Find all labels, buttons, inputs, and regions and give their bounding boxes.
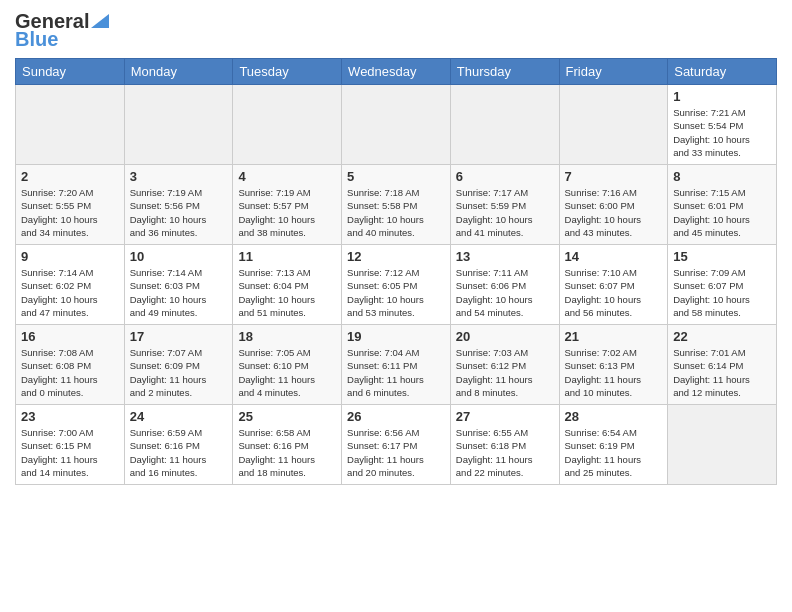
- day-info: Sunrise: 7:18 AM Sunset: 5:58 PM Dayligh…: [347, 186, 445, 239]
- day-of-week-header: Friday: [559, 59, 668, 85]
- day-number: 24: [130, 409, 228, 424]
- day-number: 17: [130, 329, 228, 344]
- calendar-cell: 3Sunrise: 7:19 AM Sunset: 5:56 PM Daylig…: [124, 165, 233, 245]
- calendar-cell: 15Sunrise: 7:09 AM Sunset: 6:07 PM Dayli…: [668, 245, 777, 325]
- day-info: Sunrise: 7:09 AM Sunset: 6:07 PM Dayligh…: [673, 266, 771, 319]
- calendar: SundayMondayTuesdayWednesdayThursdayFrid…: [15, 58, 777, 485]
- day-info: Sunrise: 7:15 AM Sunset: 6:01 PM Dayligh…: [673, 186, 771, 239]
- calendar-cell: 26Sunrise: 6:56 AM Sunset: 6:17 PM Dayli…: [342, 405, 451, 485]
- logo-area: General Blue: [15, 10, 109, 50]
- calendar-cell: 13Sunrise: 7:11 AM Sunset: 6:06 PM Dayli…: [450, 245, 559, 325]
- day-info: Sunrise: 6:58 AM Sunset: 6:16 PM Dayligh…: [238, 426, 336, 479]
- day-info: Sunrise: 7:00 AM Sunset: 6:15 PM Dayligh…: [21, 426, 119, 479]
- calendar-cell: [342, 85, 451, 165]
- day-info: Sunrise: 7:16 AM Sunset: 6:00 PM Dayligh…: [565, 186, 663, 239]
- calendar-cell: 27Sunrise: 6:55 AM Sunset: 6:18 PM Dayli…: [450, 405, 559, 485]
- calendar-cell: 17Sunrise: 7:07 AM Sunset: 6:09 PM Dayli…: [124, 325, 233, 405]
- day-number: 7: [565, 169, 663, 184]
- day-number: 11: [238, 249, 336, 264]
- calendar-cell: 23Sunrise: 7:00 AM Sunset: 6:15 PM Dayli…: [16, 405, 125, 485]
- day-number: 25: [238, 409, 336, 424]
- calendar-cell: [450, 85, 559, 165]
- day-info: Sunrise: 6:54 AM Sunset: 6:19 PM Dayligh…: [565, 426, 663, 479]
- calendar-cell: [124, 85, 233, 165]
- day-number: 10: [130, 249, 228, 264]
- calendar-cell: [668, 405, 777, 485]
- calendar-week-row: 2Sunrise: 7:20 AM Sunset: 5:55 PM Daylig…: [16, 165, 777, 245]
- day-number: 18: [238, 329, 336, 344]
- day-of-week-header: Tuesday: [233, 59, 342, 85]
- day-number: 2: [21, 169, 119, 184]
- calendar-cell: 10Sunrise: 7:14 AM Sunset: 6:03 PM Dayli…: [124, 245, 233, 325]
- header: General Blue: [15, 10, 777, 50]
- day-info: Sunrise: 7:21 AM Sunset: 5:54 PM Dayligh…: [673, 106, 771, 159]
- calendar-week-row: 23Sunrise: 7:00 AM Sunset: 6:15 PM Dayli…: [16, 405, 777, 485]
- logo: General Blue: [15, 10, 109, 50]
- day-number: 3: [130, 169, 228, 184]
- calendar-cell: 5Sunrise: 7:18 AM Sunset: 5:58 PM Daylig…: [342, 165, 451, 245]
- day-number: 4: [238, 169, 336, 184]
- day-info: Sunrise: 7:19 AM Sunset: 5:57 PM Dayligh…: [238, 186, 336, 239]
- day-info: Sunrise: 7:07 AM Sunset: 6:09 PM Dayligh…: [130, 346, 228, 399]
- calendar-cell: 16Sunrise: 7:08 AM Sunset: 6:08 PM Dayli…: [16, 325, 125, 405]
- calendar-cell: 25Sunrise: 6:58 AM Sunset: 6:16 PM Dayli…: [233, 405, 342, 485]
- day-of-week-header: Saturday: [668, 59, 777, 85]
- day-of-week-header: Wednesday: [342, 59, 451, 85]
- calendar-cell: 1Sunrise: 7:21 AM Sunset: 5:54 PM Daylig…: [668, 85, 777, 165]
- day-number: 13: [456, 249, 554, 264]
- calendar-cell: 11Sunrise: 7:13 AM Sunset: 6:04 PM Dayli…: [233, 245, 342, 325]
- day-info: Sunrise: 7:05 AM Sunset: 6:10 PM Dayligh…: [238, 346, 336, 399]
- day-number: 14: [565, 249, 663, 264]
- day-number: 5: [347, 169, 445, 184]
- day-info: Sunrise: 7:12 AM Sunset: 6:05 PM Dayligh…: [347, 266, 445, 319]
- day-info: Sunrise: 7:11 AM Sunset: 6:06 PM Dayligh…: [456, 266, 554, 319]
- day-info: Sunrise: 7:20 AM Sunset: 5:55 PM Dayligh…: [21, 186, 119, 239]
- page: General Blue SundayMondayTuesdayWednesda…: [0, 0, 792, 612]
- calendar-week-row: 9Sunrise: 7:14 AM Sunset: 6:02 PM Daylig…: [16, 245, 777, 325]
- day-number: 28: [565, 409, 663, 424]
- day-info: Sunrise: 7:14 AM Sunset: 6:02 PM Dayligh…: [21, 266, 119, 319]
- day-info: Sunrise: 6:55 AM Sunset: 6:18 PM Dayligh…: [456, 426, 554, 479]
- calendar-cell: 2Sunrise: 7:20 AM Sunset: 5:55 PM Daylig…: [16, 165, 125, 245]
- calendar-cell: 22Sunrise: 7:01 AM Sunset: 6:14 PM Dayli…: [668, 325, 777, 405]
- calendar-cell: 14Sunrise: 7:10 AM Sunset: 6:07 PM Dayli…: [559, 245, 668, 325]
- day-number: 8: [673, 169, 771, 184]
- calendar-cell: 6Sunrise: 7:17 AM Sunset: 5:59 PM Daylig…: [450, 165, 559, 245]
- day-info: Sunrise: 7:01 AM Sunset: 6:14 PM Dayligh…: [673, 346, 771, 399]
- calendar-cell: 9Sunrise: 7:14 AM Sunset: 6:02 PM Daylig…: [16, 245, 125, 325]
- day-info: Sunrise: 7:19 AM Sunset: 5:56 PM Dayligh…: [130, 186, 228, 239]
- calendar-cell: 28Sunrise: 6:54 AM Sunset: 6:19 PM Dayli…: [559, 405, 668, 485]
- calendar-cell: 20Sunrise: 7:03 AM Sunset: 6:12 PM Dayli…: [450, 325, 559, 405]
- calendar-week-row: 1Sunrise: 7:21 AM Sunset: 5:54 PM Daylig…: [16, 85, 777, 165]
- day-number: 20: [456, 329, 554, 344]
- day-number: 15: [673, 249, 771, 264]
- calendar-cell: 21Sunrise: 7:02 AM Sunset: 6:13 PM Dayli…: [559, 325, 668, 405]
- day-info: Sunrise: 6:59 AM Sunset: 6:16 PM Dayligh…: [130, 426, 228, 479]
- calendar-cell: 7Sunrise: 7:16 AM Sunset: 6:00 PM Daylig…: [559, 165, 668, 245]
- day-info: Sunrise: 7:04 AM Sunset: 6:11 PM Dayligh…: [347, 346, 445, 399]
- svg-marker-0: [91, 14, 109, 28]
- day-of-week-row: SundayMondayTuesdayWednesdayThursdayFrid…: [16, 59, 777, 85]
- day-info: Sunrise: 7:13 AM Sunset: 6:04 PM Dayligh…: [238, 266, 336, 319]
- calendar-cell: 8Sunrise: 7:15 AM Sunset: 6:01 PM Daylig…: [668, 165, 777, 245]
- day-of-week-header: Sunday: [16, 59, 125, 85]
- day-info: Sunrise: 7:03 AM Sunset: 6:12 PM Dayligh…: [456, 346, 554, 399]
- calendar-cell: 24Sunrise: 6:59 AM Sunset: 6:16 PM Dayli…: [124, 405, 233, 485]
- calendar-cell: 4Sunrise: 7:19 AM Sunset: 5:57 PM Daylig…: [233, 165, 342, 245]
- day-number: 1: [673, 89, 771, 104]
- day-number: 12: [347, 249, 445, 264]
- calendar-cell: [233, 85, 342, 165]
- day-number: 9: [21, 249, 119, 264]
- day-number: 22: [673, 329, 771, 344]
- calendar-cell: [559, 85, 668, 165]
- logo-blue: Blue: [15, 28, 109, 50]
- day-of-week-header: Monday: [124, 59, 233, 85]
- day-info: Sunrise: 7:02 AM Sunset: 6:13 PM Dayligh…: [565, 346, 663, 399]
- day-info: Sunrise: 7:08 AM Sunset: 6:08 PM Dayligh…: [21, 346, 119, 399]
- day-number: 23: [21, 409, 119, 424]
- calendar-cell: 19Sunrise: 7:04 AM Sunset: 6:11 PM Dayli…: [342, 325, 451, 405]
- day-number: 21: [565, 329, 663, 344]
- calendar-cell: 18Sunrise: 7:05 AM Sunset: 6:10 PM Dayli…: [233, 325, 342, 405]
- day-info: Sunrise: 7:17 AM Sunset: 5:59 PM Dayligh…: [456, 186, 554, 239]
- day-of-week-header: Thursday: [450, 59, 559, 85]
